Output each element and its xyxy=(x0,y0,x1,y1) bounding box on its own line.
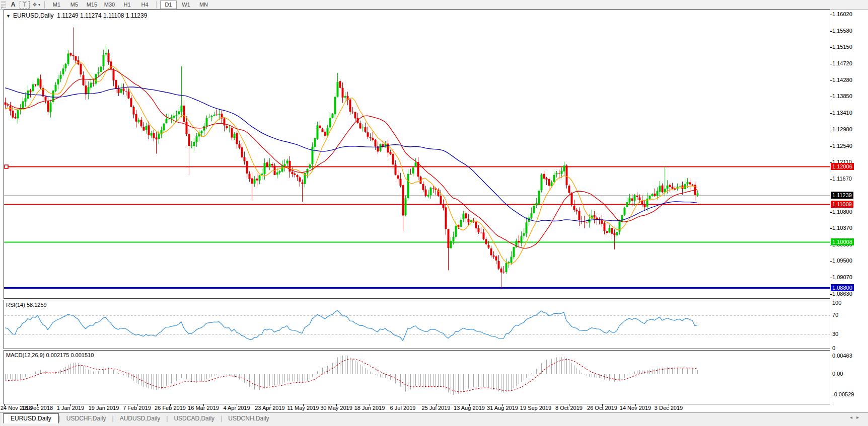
macd-axis-tick: 0.00463 xyxy=(832,353,852,359)
price-axis-tick: 1.14280 xyxy=(832,77,852,83)
price-axis-tick: 1.15580 xyxy=(832,28,852,34)
date-axis-label: 8 Oct 2019 xyxy=(553,405,585,411)
price-axis-tick: 1.12980 xyxy=(832,126,852,132)
date-axis-label: 7 Feb 2019 xyxy=(121,405,153,411)
rsi-axis-tick: 70 xyxy=(832,312,838,318)
price-axis-tick: 1.14720 xyxy=(832,60,852,66)
terminal-window: { "toolbar": { "grip_letter": "F", "font… xyxy=(0,0,868,426)
date-axis-label: 3 Dec 2019 xyxy=(653,405,685,411)
date-axis-label: 16 Mar 2019 xyxy=(187,405,220,411)
price-axis-tick: 1.13410 xyxy=(832,110,852,116)
date-axis-label: 1 Jan 2019 xyxy=(54,405,87,411)
tab-scroll-right-icon[interactable]: ▸ xyxy=(856,414,863,420)
price-axis-tick: 1.10800 xyxy=(832,209,852,215)
rsi-axis-tick: 30 xyxy=(832,331,838,337)
date-axis-label: 19 Sep 2019 xyxy=(520,405,552,411)
date-axis-label: 26 Oct 2019 xyxy=(586,405,618,411)
macd-indicator-label: MACD(12,26,9) 0.002175 0.001510 xyxy=(6,352,94,358)
date-axis-label: 11 May 2019 xyxy=(287,405,319,411)
symbol-tab-1[interactable]: USDCHF,Daily xyxy=(60,414,112,423)
date-axis-label: 26 Feb 2019 xyxy=(154,405,186,411)
date-axis-label: 31 Aug 2019 xyxy=(486,405,519,411)
price-axis-tick: 1.08630 xyxy=(832,291,852,297)
rsi-axis-tick: 0 xyxy=(832,345,835,351)
chart-symbol-period: EURUSD,Daily xyxy=(13,12,54,19)
symbol-tab-0[interactable]: EURUSD,Daily xyxy=(3,413,59,423)
bottom-strip xyxy=(0,423,868,426)
price-axis-tick: 1.09500 xyxy=(832,258,852,264)
rsi-indicator-label: RSI(14) 58.1259 xyxy=(6,302,47,308)
price-chart-canvas[interactable] xyxy=(0,0,868,426)
date-axis-label: 4 Apr 2019 xyxy=(221,405,253,411)
price-axis-tick: 1.11670 xyxy=(832,176,852,182)
date-axis-label: 18 Jun 2019 xyxy=(353,405,386,411)
symbol-tab-4[interactable]: USDCNH,Daily xyxy=(222,414,275,423)
chart-context-arrow-icon[interactable]: ▼ xyxy=(6,14,11,19)
price-level-tag[interactable]: 1.11009 xyxy=(831,201,853,208)
date-axis-label: 30 May 2019 xyxy=(320,405,352,411)
price-axis-tick: 1.10370 xyxy=(832,225,852,231)
rsi-axis-tick: 100 xyxy=(832,300,841,306)
date-axis-label: 25 Jul 2019 xyxy=(420,405,452,411)
price-axis-tick: 1.12540 xyxy=(832,143,852,149)
chart-ohlc-readout: 1.11249 1.11274 1.11108 1.11239 xyxy=(57,12,147,19)
date-axis-label: 14 Nov 2019 xyxy=(619,405,652,411)
price-axis-tick: 1.15150 xyxy=(832,44,852,50)
price-axis-tick: 1.13850 xyxy=(832,93,852,99)
price-level-tag[interactable]: 1.10008 xyxy=(831,238,854,245)
chart-title: ▼EURUSD,Daily 1.11249 1.11274 1.11108 1.… xyxy=(6,12,147,19)
macd-axis-tick: 0.00 xyxy=(832,371,843,377)
date-axis-label: 13 Dec 2018 xyxy=(21,405,53,411)
date-axis-label: 23 Apr 2019 xyxy=(254,405,286,411)
macd-axis-tick: -0.00529 xyxy=(832,391,854,397)
date-axis-label: 19 Jan 2019 xyxy=(88,405,120,411)
price-axis-tick: 1.09070 xyxy=(832,274,852,280)
symbol-tab-2[interactable]: AUDUSD,Daily xyxy=(114,414,167,423)
date-axis-label: 13 Aug 2019 xyxy=(453,405,485,411)
current-price-tag: 1.11239 xyxy=(831,192,853,199)
symbol-tabbar: EURUSD,Daily|USDCHF,Daily|AUDUSD,Daily|U… xyxy=(0,412,868,423)
tab-scroll-arrows: ◂▸ xyxy=(850,414,863,420)
price-level-tag[interactable]: 1.08800 xyxy=(831,284,854,291)
date-axis-label: 6 Jul 2019 xyxy=(387,405,419,411)
tab-scroll-left-icon[interactable]: ◂ xyxy=(850,414,856,420)
price-axis-tick: 1.16020 xyxy=(832,11,852,17)
price-level-tag[interactable]: 1.12006 xyxy=(831,163,854,170)
symbol-tab-3[interactable]: USDCAD,Daily xyxy=(168,414,221,423)
